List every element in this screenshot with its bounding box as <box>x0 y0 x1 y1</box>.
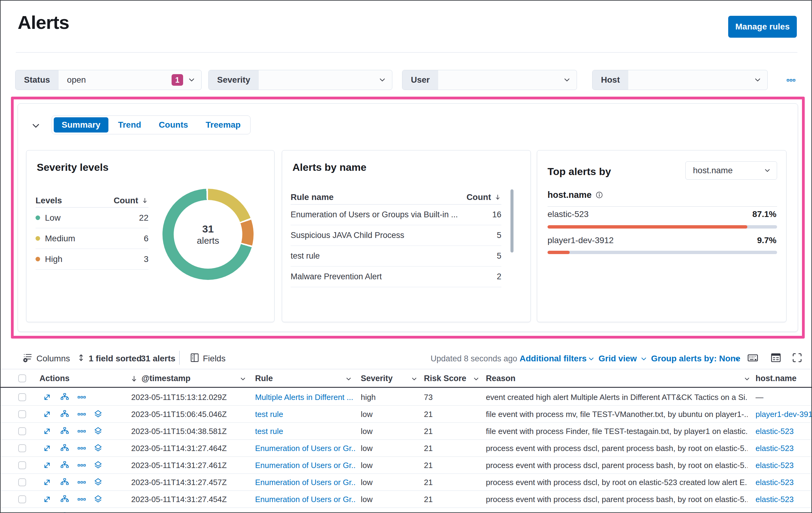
manage-rules-button[interactable]: Manage rules <box>728 16 797 38</box>
severity-row-label: High <box>45 254 63 264</box>
table-row: 2023-05-11T14:31:27.457Z Enumeration of … <box>1 474 812 491</box>
status-filter[interactable]: Status open 1 <box>15 70 202 90</box>
more-actions-icon[interactable] <box>77 461 86 470</box>
chevron-down-icon[interactable] <box>743 375 751 383</box>
row-checkbox[interactable] <box>18 478 26 486</box>
chevron-down-icon[interactable] <box>345 375 352 383</box>
cell-rule-link[interactable]: Enumeration of Users or Gr... <box>255 508 355 513</box>
expand-alert-icon[interactable] <box>42 427 52 436</box>
display-options-icon[interactable] <box>770 352 782 363</box>
session-view-icon[interactable] <box>93 512 103 513</box>
keyboard-shortcuts-icon[interactable] <box>747 352 759 363</box>
analyze-event-icon[interactable] <box>60 427 69 436</box>
session-view-icon[interactable] <box>93 427 103 436</box>
cell-host-link[interactable]: elastic-523 <box>756 457 812 474</box>
fields-icon[interactable] <box>190 353 200 363</box>
analyze-event-icon[interactable] <box>60 393 69 402</box>
severity-filter[interactable]: Severity <box>208 70 392 90</box>
cell-host-link[interactable]: elastic-523 <box>756 474 812 491</box>
host-filter[interactable]: Host <box>592 70 768 90</box>
fullscreen-icon[interactable] <box>791 352 803 363</box>
cell-rule-link[interactable]: test rule <box>255 423 355 440</box>
chevron-down-icon[interactable] <box>472 375 480 383</box>
row-checkbox[interactable] <box>18 427 26 435</box>
analyze-event-icon[interactable] <box>60 410 69 419</box>
cell-rule-link[interactable]: Enumeration of Users or Gr... <box>255 474 355 491</box>
group-alerts-by-button[interactable]: Group alerts by: None <box>651 354 740 363</box>
more-actions-icon[interactable] <box>77 444 86 453</box>
additional-filters-button[interactable]: Additional filters <box>520 354 587 363</box>
cell-rule-link[interactable]: Enumeration of Users or Gr... <box>255 440 355 457</box>
analyze-event-icon[interactable] <box>60 512 69 513</box>
cell-rule-link[interactable]: Enumeration of Users or Gr... <box>255 491 355 508</box>
analyze-event-icon[interactable] <box>60 478 69 487</box>
expand-alert-icon[interactable] <box>42 478 52 487</box>
vertical-scrollbar[interactable] <box>511 189 514 252</box>
session-view-icon[interactable] <box>93 461 103 470</box>
more-actions-icon[interactable] <box>77 512 86 513</box>
columns-button[interactable]: Columns <box>36 354 70 363</box>
cell-host-link[interactable]: elastic-523 <box>756 440 812 457</box>
expand-alert-icon[interactable] <box>42 444 52 453</box>
cell-host-link[interactable]: player1-dev-3912 <box>756 406 812 423</box>
more-actions-icon[interactable] <box>77 410 86 419</box>
col-rule[interactable]: Rule <box>255 369 273 388</box>
columns-icon[interactable] <box>23 353 33 363</box>
cell-host-link[interactable]: elastic-523 <box>756 491 812 508</box>
cell-host-link[interactable]: elastic-523 <box>756 508 812 513</box>
fields-sorted-button[interactable]: 1 field sorted <box>89 354 142 363</box>
grid-view-button[interactable]: Grid view <box>599 354 637 363</box>
cell-rule-link[interactable]: test rule <box>255 406 355 423</box>
col-timestamp[interactable]: @timestamp <box>142 369 191 388</box>
cell-rule-link[interactable]: Enumeration of Users or Gr... <box>255 457 355 474</box>
info-icon[interactable] <box>595 191 603 199</box>
select-all-checkbox[interactable] <box>18 374 26 382</box>
abn-row: Suspicious JAVA Child Process 5 <box>291 225 501 246</box>
more-actions-icon[interactable] <box>77 427 86 436</box>
tab-trend[interactable]: Trend <box>110 117 149 133</box>
row-checkbox[interactable] <box>18 461 26 469</box>
tab-treemap[interactable]: Treemap <box>198 117 249 133</box>
cell-timestamp: 2023-05-11T15:13:12.029Z <box>131 389 250 406</box>
expand-alert-icon[interactable] <box>42 410 52 419</box>
expand-alert-icon[interactable] <box>42 495 52 504</box>
severity-col-count[interactable]: Count <box>114 196 138 206</box>
col-reason[interactable]: Reason <box>486 369 516 388</box>
more-actions-icon[interactable] <box>77 478 86 487</box>
sort-fields-icon[interactable] <box>77 353 86 362</box>
more-actions-icon[interactable] <box>77 393 86 402</box>
analyze-event-icon[interactable] <box>60 461 69 470</box>
sort-desc-icon[interactable] <box>130 375 138 383</box>
top-alerts-field-select[interactable]: host.name <box>685 161 777 180</box>
row-checkbox[interactable] <box>18 495 26 503</box>
more-filters-icon[interactable] <box>785 75 797 85</box>
more-actions-icon[interactable] <box>77 495 86 504</box>
user-filter[interactable]: User <box>402 70 577 90</box>
abn-col-count[interactable]: Count <box>466 192 491 202</box>
row-checkbox[interactable] <box>18 444 26 452</box>
row-checkbox[interactable] <box>18 393 26 401</box>
col-host-name[interactable]: host.name <box>756 369 796 388</box>
tab-summary[interactable]: Summary <box>54 117 108 133</box>
expand-alert-icon[interactable] <box>42 393 52 402</box>
col-severity[interactable]: Severity <box>361 369 393 388</box>
session-view-icon[interactable] <box>93 495 103 504</box>
expand-alert-icon[interactable] <box>42 512 52 513</box>
analyze-event-icon[interactable] <box>60 444 69 453</box>
session-view-icon[interactable] <box>93 478 103 487</box>
expand-alert-icon[interactable] <box>42 461 52 470</box>
cell-host-link[interactable]: elastic-523 <box>756 423 812 440</box>
session-view-icon[interactable] <box>93 410 103 419</box>
high-dot-icon <box>35 257 40 261</box>
row-checkbox[interactable] <box>18 410 26 418</box>
chevron-down-icon[interactable] <box>411 375 418 383</box>
tab-counts[interactable]: Counts <box>151 117 196 133</box>
fields-button[interactable]: Fields <box>203 354 226 363</box>
chevron-down-icon[interactable] <box>239 375 246 383</box>
analyze-event-icon[interactable] <box>60 495 69 504</box>
cell-rule-link[interactable]: Multiple Alerts in Different ... <box>255 389 355 406</box>
session-view-icon[interactable] <box>93 444 103 453</box>
collapse-summary-chevron-icon[interactable] <box>30 120 41 131</box>
col-risk-score[interactable]: Risk Score <box>424 369 466 388</box>
top-alerts-title: Top alerts by <box>548 166 611 178</box>
